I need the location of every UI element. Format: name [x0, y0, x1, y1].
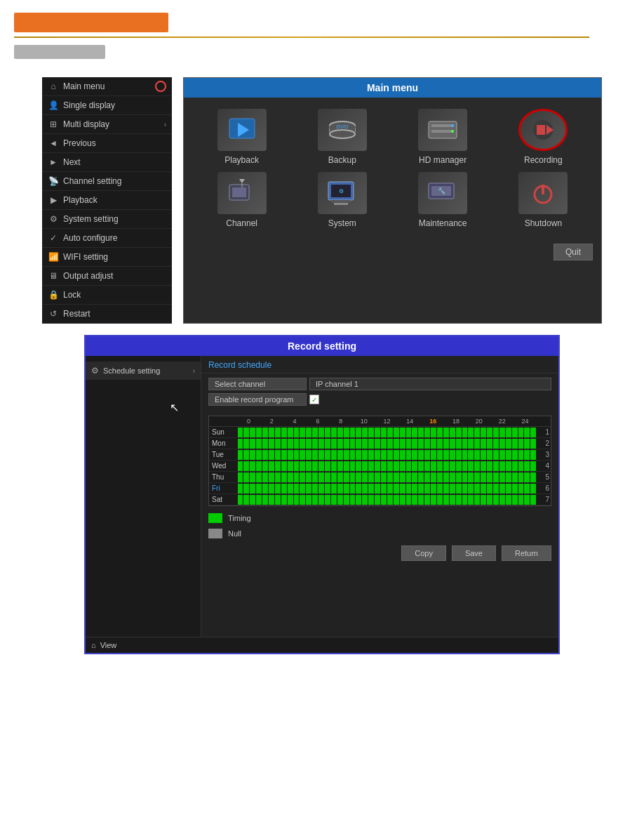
cell[interactable]	[474, 461, 480, 471]
cell[interactable]	[294, 428, 300, 437]
cell[interactable]	[406, 450, 412, 460]
cell[interactable]	[275, 484, 281, 494]
cell[interactable]	[294, 472, 300, 482]
cell[interactable]	[400, 484, 405, 494]
cell[interactable]	[362, 439, 368, 449]
cell[interactable]	[381, 439, 387, 449]
sidebar-item-main-menu[interactable]: ⌂ Main menu	[42, 77, 172, 96]
cell[interactable]	[318, 495, 324, 505]
cell[interactable]	[468, 439, 474, 449]
grid-item-playback[interactable]: Playback	[195, 109, 288, 165]
cell[interactable]	[306, 472, 311, 482]
cell[interactable]	[325, 439, 330, 449]
cell[interactable]	[524, 495, 530, 505]
select-channel-value[interactable]: IP channel 1	[309, 378, 551, 390]
cell[interactable]	[294, 461, 300, 471]
cell[interactable]	[512, 472, 518, 482]
cell[interactable]	[481, 484, 486, 494]
cell[interactable]	[530, 472, 536, 482]
cell[interactable]	[325, 450, 330, 460]
quit-button[interactable]: Quit	[554, 244, 593, 260]
cell[interactable]	[506, 428, 511, 437]
cell[interactable]	[443, 461, 449, 471]
cell[interactable]	[288, 428, 293, 437]
cell[interactable]	[456, 461, 462, 471]
cell[interactable]	[269, 450, 274, 460]
cell[interactable]	[288, 495, 293, 505]
cell[interactable]	[406, 428, 412, 437]
cell[interactable]	[512, 495, 518, 505]
day-cells-wed[interactable]	[237, 461, 537, 471]
cell[interactable]	[262, 461, 268, 471]
cell[interactable]	[337, 461, 343, 471]
cell[interactable]	[506, 495, 511, 505]
cell[interactable]	[443, 439, 449, 449]
cell[interactable]	[412, 428, 417, 437]
cell[interactable]	[431, 495, 436, 505]
cell[interactable]	[331, 495, 337, 505]
cell[interactable]	[294, 439, 300, 449]
cell[interactable]	[506, 461, 511, 471]
cell[interactable]	[468, 472, 474, 482]
cell[interactable]	[356, 495, 361, 505]
cell[interactable]	[518, 461, 524, 471]
cell[interactable]	[530, 461, 536, 471]
cell[interactable]	[344, 450, 349, 460]
cell[interactable]	[331, 461, 337, 471]
cell[interactable]	[530, 450, 536, 460]
day-cells-tue[interactable]	[237, 449, 537, 460]
cell[interactable]	[493, 495, 499, 505]
cell[interactable]	[368, 461, 374, 471]
cell[interactable]	[381, 472, 387, 482]
cell[interactable]	[530, 484, 536, 494]
cell[interactable]	[394, 439, 399, 449]
cell[interactable]	[275, 472, 281, 482]
cell[interactable]	[437, 461, 443, 471]
cell[interactable]	[350, 484, 356, 494]
cell[interactable]	[424, 439, 430, 449]
day-cells-fri[interactable]	[237, 483, 537, 494]
cell[interactable]	[530, 439, 536, 449]
cell[interactable]	[281, 428, 287, 437]
cell[interactable]	[288, 484, 293, 494]
cell[interactable]	[499, 484, 505, 494]
cell[interactable]	[512, 461, 518, 471]
cell[interactable]	[387, 450, 393, 460]
cell[interactable]	[250, 428, 255, 437]
cell[interactable]	[312, 472, 318, 482]
cell[interactable]	[337, 428, 343, 437]
cell[interactable]	[362, 461, 368, 471]
cell[interactable]	[518, 439, 524, 449]
cell[interactable]	[256, 428, 262, 437]
cell[interactable]	[325, 495, 330, 505]
cell[interactable]	[462, 461, 468, 471]
cell[interactable]	[344, 495, 349, 505]
cell[interactable]	[250, 461, 255, 471]
cell[interactable]	[250, 439, 255, 449]
cell[interactable]	[312, 461, 318, 471]
return-button[interactable]: Return	[502, 545, 551, 561]
cell[interactable]	[350, 428, 356, 437]
cell[interactable]	[362, 472, 368, 482]
cell[interactable]	[450, 472, 455, 482]
cell[interactable]	[269, 461, 274, 471]
cell[interactable]	[269, 484, 274, 494]
cell[interactable]	[300, 461, 305, 471]
cell[interactable]	[288, 461, 293, 471]
cell[interactable]	[487, 484, 492, 494]
cell[interactable]	[294, 450, 300, 460]
cell[interactable]	[344, 439, 349, 449]
cell[interactable]	[437, 439, 443, 449]
cell[interactable]	[462, 439, 468, 449]
cell[interactable]	[474, 428, 480, 437]
cell[interactable]	[431, 439, 436, 449]
cell[interactable]	[337, 495, 343, 505]
cell[interactable]	[350, 439, 356, 449]
cell[interactable]	[493, 439, 499, 449]
cell[interactable]	[281, 461, 287, 471]
cell[interactable]	[468, 450, 474, 460]
sidebar-item-wifi-setting[interactable]: 📶 WIFI setting	[42, 248, 172, 267]
cell[interactable]	[487, 472, 492, 482]
cell[interactable]	[256, 472, 262, 482]
cell[interactable]	[506, 472, 511, 482]
